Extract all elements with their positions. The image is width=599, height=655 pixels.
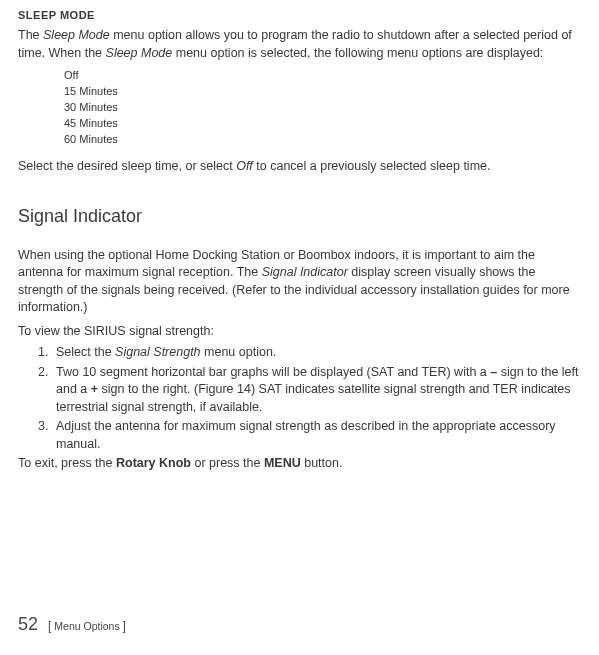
steps-list: 1. Select the Signal Strength menu optio… [38, 344, 581, 453]
bold-menu: MENU [264, 456, 301, 470]
emphasis-sleep-mode: Sleep Mode [106, 46, 173, 60]
bold-plus: + [91, 382, 98, 396]
sleep-option: 30 Minutes [64, 100, 581, 116]
sleep-option: Off [64, 68, 581, 84]
step-body: Adjust the antenna for maximum signal st… [56, 418, 581, 453]
step-item: 1. Select the Signal Strength menu optio… [38, 344, 581, 362]
text: sign to the right. (Figure 14) SAT indic… [56, 382, 571, 414]
text: menu option. [201, 345, 277, 359]
emphasis-sleep-mode: Sleep Mode [43, 28, 110, 42]
text: Adjust the antenna for maximum signal st… [56, 419, 556, 451]
step-number: 2. [38, 364, 56, 417]
bold-rotary-knob: Rotary Knob [116, 456, 191, 470]
sleep-option: 15 Minutes [64, 84, 581, 100]
text: button. [301, 456, 343, 470]
heading-sleep-mode: SLEEP MODE [18, 8, 581, 23]
step-item: 2. Two 10 segment horizontal bar graphs … [38, 364, 581, 417]
step-number: 3. [38, 418, 56, 453]
sleep-outro-paragraph: Select the desired sleep time, or select… [18, 158, 581, 176]
emphasis-signal-strength: Signal Strength [115, 345, 200, 359]
sleep-option: 60 Minutes [64, 132, 581, 148]
bracket-close: ] [123, 619, 126, 633]
text: Two 10 segment horizontal bar graphs wil… [56, 365, 490, 379]
text: Select the desired sleep time, or select [18, 159, 236, 173]
text: to cancel a previously selected sleep ti… [253, 159, 491, 173]
footer-label-text: Menu Options [51, 620, 122, 632]
footer-section-label: [ Menu Options ] [48, 618, 126, 635]
step-item: 3. Adjust the antenna for maximum signal… [38, 418, 581, 453]
text: menu option is selected, the following m… [172, 46, 543, 60]
text: The [18, 28, 43, 42]
step-number: 1. [38, 344, 56, 362]
emphasis-signal-indicator: Signal Indicator [262, 265, 348, 279]
text: or press the [191, 456, 264, 470]
sleep-option: 45 Minutes [64, 116, 581, 132]
heading-signal-indicator: Signal Indicator [18, 204, 581, 229]
text: Select the [56, 345, 115, 359]
step-body: Select the Signal Strength menu option. [56, 344, 581, 362]
step-body: Two 10 segment horizontal bar graphs wil… [56, 364, 581, 417]
signal-exit-paragraph: To exit, press the Rotary Knob or press … [18, 455, 581, 473]
page-footer: 52 [ Menu Options ] [18, 612, 126, 637]
emphasis-off: Off [236, 159, 253, 173]
page-number: 52 [18, 612, 38, 637]
sleep-options-list: Off 15 Minutes 30 Minutes 45 Minutes 60 … [64, 68, 581, 148]
signal-intro-paragraph: When using the optional Home Docking Sta… [18, 247, 581, 317]
sleep-intro-paragraph: The Sleep Mode menu option allows you to… [18, 27, 581, 62]
signal-view-line: To view the SIRIUS signal strength: [18, 323, 581, 341]
text: To exit, press the [18, 456, 116, 470]
